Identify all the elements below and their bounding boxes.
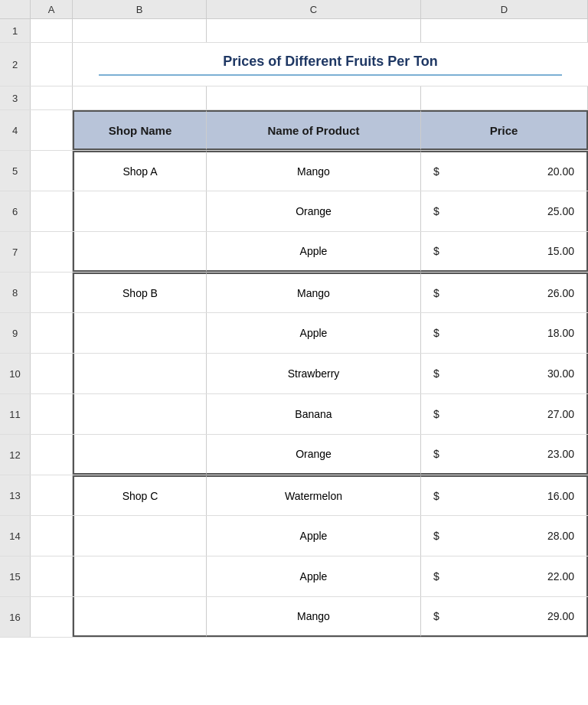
cell-a4[interactable] bbox=[31, 110, 73, 150]
cell-shop-11[interactable] bbox=[73, 394, 207, 434]
cell-price-9[interactable]: $ 18.00 bbox=[421, 313, 588, 353]
cell-shop-16[interactable] bbox=[73, 597, 207, 637]
cell-a8[interactable] bbox=[31, 273, 73, 312]
title-cell: Prices of Different Fruits Per Ton bbox=[73, 43, 588, 86]
col-header-a[interactable]: A bbox=[31, 0, 73, 18]
dollar-sign: $ bbox=[433, 490, 439, 502]
cell-a2[interactable] bbox=[31, 43, 73, 86]
price-value: 15.00 bbox=[547, 245, 574, 257]
price-container: $ 22.00 bbox=[421, 570, 586, 583]
spreadsheet-title: Prices of Different Fruits Per Ton bbox=[223, 54, 438, 70]
cell-a10[interactable] bbox=[31, 354, 73, 393]
cell-price-14[interactable]: $ 28.00 bbox=[421, 516, 588, 556]
cell-product-13[interactable]: Watermelon bbox=[207, 475, 421, 515]
header-price: Price bbox=[421, 110, 588, 150]
cell-d1[interactable] bbox=[421, 19, 588, 42]
row-1: 1 bbox=[0, 19, 588, 43]
row-3: 3 bbox=[0, 86, 588, 110]
cell-price-16[interactable]: $ 29.00 bbox=[421, 597, 588, 637]
cell-shop-14[interactable] bbox=[73, 516, 207, 556]
cell-a11[interactable] bbox=[31, 394, 73, 434]
cell-shop-9[interactable] bbox=[73, 313, 207, 353]
dollar-sign: $ bbox=[433, 530, 439, 542]
cell-product-16[interactable]: Mango bbox=[207, 597, 421, 637]
cell-a15[interactable] bbox=[31, 556, 73, 596]
cell-shop-12[interactable] bbox=[73, 435, 207, 475]
cell-c1[interactable] bbox=[207, 19, 421, 42]
cell-product-15[interactable]: Apple bbox=[207, 556, 421, 596]
cell-product-14[interactable]: Apple bbox=[207, 516, 421, 556]
shop-name-label: Shop A bbox=[122, 165, 157, 178]
cell-a1[interactable] bbox=[31, 19, 73, 42]
table-row: 13 Shop C Watermelon $ 16.00 bbox=[0, 475, 588, 516]
cell-c3[interactable] bbox=[207, 86, 421, 109]
product-name-label: Watermelon bbox=[285, 490, 342, 502]
col-header-c[interactable]: C bbox=[207, 0, 421, 18]
cell-a7[interactable] bbox=[31, 232, 73, 272]
cell-a12[interactable] bbox=[31, 435, 73, 475]
table-row: 11 Banana $ 27.00 bbox=[0, 394, 588, 435]
price-container: $ 29.00 bbox=[421, 610, 586, 622]
cell-price-7[interactable]: $ 15.00 bbox=[421, 232, 588, 272]
cell-b1[interactable] bbox=[73, 19, 207, 42]
cell-a6[interactable] bbox=[31, 191, 73, 231]
cell-a14[interactable] bbox=[31, 516, 73, 556]
table-row: 5 Shop A Mango $ 20.00 bbox=[0, 151, 588, 191]
cell-price-13[interactable]: $ 16.00 bbox=[421, 475, 588, 515]
cell-shop-7[interactable] bbox=[73, 232, 207, 272]
cell-product-11[interactable]: Banana bbox=[207, 394, 421, 434]
cell-product-9[interactable]: Apple bbox=[207, 313, 421, 353]
cell-price-5[interactable]: $ 20.00 bbox=[421, 151, 588, 191]
cell-product-5[interactable]: Mango bbox=[207, 151, 421, 191]
cell-shop-15[interactable] bbox=[73, 556, 207, 596]
shop-name-label: Shop C bbox=[122, 490, 158, 502]
col-header-d[interactable]: D bbox=[421, 0, 588, 18]
cell-a5[interactable] bbox=[31, 151, 73, 191]
dollar-sign: $ bbox=[433, 327, 439, 339]
cell-product-12[interactable]: Orange bbox=[207, 435, 421, 475]
cell-d3[interactable] bbox=[421, 86, 588, 109]
cell-price-8[interactable]: $ 26.00 bbox=[421, 273, 588, 312]
table-row: 14 Apple $ 28.00 bbox=[0, 516, 588, 556]
table-row: 12 Orange $ 23.00 bbox=[0, 435, 588, 475]
price-container: $ 28.00 bbox=[421, 530, 586, 542]
cell-product-10[interactable]: Strawberry bbox=[207, 354, 421, 393]
cell-price-12[interactable]: $ 23.00 bbox=[421, 435, 588, 475]
cell-a3[interactable] bbox=[31, 86, 73, 109]
price-value: 22.00 bbox=[547, 570, 574, 583]
cell-price-11[interactable]: $ 27.00 bbox=[421, 394, 588, 434]
cell-shop-8[interactable]: Shop B bbox=[73, 273, 207, 312]
dollar-sign: $ bbox=[433, 408, 439, 420]
cell-a9[interactable] bbox=[31, 313, 73, 353]
table-row: 15 Apple $ 22.00 bbox=[0, 556, 588, 597]
product-name-label: Orange bbox=[296, 448, 332, 460]
cell-product-7[interactable]: Apple bbox=[207, 232, 421, 272]
cell-a16[interactable] bbox=[31, 597, 73, 637]
product-name-label: Mango bbox=[297, 287, 330, 299]
row-num-10: 10 bbox=[0, 354, 31, 393]
cell-product-6[interactable]: Orange bbox=[207, 191, 421, 231]
cell-shop-6[interactable] bbox=[73, 191, 207, 231]
price-container: $ 18.00 bbox=[421, 327, 586, 339]
cell-product-8[interactable]: Mango bbox=[207, 273, 421, 312]
product-name-label: Apple bbox=[300, 327, 328, 339]
dollar-sign: $ bbox=[433, 448, 439, 460]
row-num-13: 13 bbox=[0, 475, 31, 515]
product-name-label: Orange bbox=[296, 205, 332, 217]
cell-shop-10[interactable] bbox=[73, 354, 207, 393]
cell-shop-13[interactable]: Shop C bbox=[73, 475, 207, 515]
price-value: 27.00 bbox=[547, 408, 574, 420]
cell-price-15[interactable]: $ 22.00 bbox=[421, 556, 588, 596]
row-num-15: 15 bbox=[0, 556, 31, 596]
cell-price-10[interactable]: $ 30.00 bbox=[421, 354, 588, 393]
cell-price-6[interactable]: $ 25.00 bbox=[421, 191, 588, 231]
cell-b3[interactable] bbox=[73, 86, 207, 109]
dollar-sign: $ bbox=[433, 165, 439, 178]
cell-shop-5[interactable]: Shop A bbox=[73, 151, 207, 191]
cell-a13[interactable] bbox=[31, 475, 73, 515]
price-value: 30.00 bbox=[547, 367, 574, 380]
corner-cell bbox=[0, 0, 31, 18]
row-2: 2 Prices of Different Fruits Per Ton bbox=[0, 43, 588, 86]
price-container: $ 20.00 bbox=[421, 165, 586, 178]
col-header-b[interactable]: B bbox=[73, 0, 207, 18]
